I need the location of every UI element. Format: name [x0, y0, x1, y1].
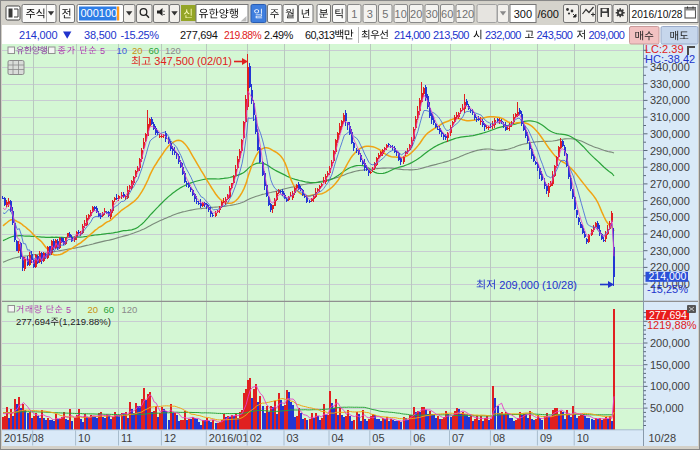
svg-text:230,000: 230,000	[650, 245, 690, 257]
svg-text:38,500: 38,500	[84, 29, 117, 41]
svg-text:09: 09	[540, 432, 552, 444]
svg-text:250,000: 250,000	[650, 211, 690, 223]
svg-text:2015/08: 2015/08	[4, 432, 44, 444]
svg-text:300: 300	[514, 8, 532, 20]
svg-text:219.88%: 219.88%	[224, 30, 261, 41]
svg-text:11: 11	[121, 432, 132, 444]
svg-text:260,000: 260,000	[650, 195, 690, 207]
svg-text:214,000: 214,000	[394, 29, 430, 41]
svg-text:290,000: 290,000	[650, 145, 690, 157]
svg-text:100,000: 100,000	[650, 380, 690, 392]
svg-text:120: 120	[456, 8, 474, 20]
svg-text:07: 07	[452, 432, 464, 444]
svg-text:10: 10	[577, 432, 589, 444]
svg-text:06: 06	[413, 432, 425, 444]
svg-text:243,500: 243,500	[537, 29, 573, 41]
svg-text:10: 10	[117, 45, 128, 56]
svg-text:5: 5	[382, 8, 388, 20]
svg-text:20: 20	[88, 304, 99, 315]
svg-text:209,000: 209,000	[589, 29, 625, 41]
svg-text:214,000: 214,000	[649, 270, 687, 282]
svg-text:1219,88%: 1219,88%	[647, 319, 697, 331]
svg-text:08: 08	[493, 432, 505, 444]
svg-text:270,000: 270,000	[650, 178, 690, 190]
svg-text:347,500 (02/01): 347,500 (02/01)	[154, 55, 232, 67]
svg-text:300,000: 300,000	[650, 128, 690, 140]
svg-text:20: 20	[410, 8, 422, 20]
svg-text:60: 60	[104, 304, 115, 315]
svg-text:280,000: 280,000	[650, 161, 690, 173]
svg-text:320,000: 320,000	[650, 94, 690, 106]
svg-text:310,000: 310,000	[650, 111, 690, 123]
svg-text:04: 04	[332, 432, 344, 444]
svg-text:120: 120	[122, 304, 138, 315]
svg-text:60: 60	[441, 8, 453, 20]
svg-text:214,000: 214,000	[19, 29, 57, 41]
svg-text:200,000: 200,000	[650, 337, 690, 349]
svg-text:5: 5	[66, 305, 72, 315]
svg-text:240,000: 240,000	[650, 228, 690, 240]
svg-text:02: 02	[250, 432, 262, 444]
svg-text:03: 03	[287, 432, 299, 444]
svg-text:1: 1	[351, 8, 357, 20]
svg-text:60: 60	[149, 45, 160, 56]
svg-text:/600: /600	[538, 8, 559, 20]
svg-text:3: 3	[367, 8, 373, 20]
svg-text:30: 30	[426, 8, 438, 20]
svg-text:330,000: 330,000	[650, 78, 690, 90]
svg-text:120: 120	[165, 45, 181, 56]
svg-text:-15.25%: -15.25%	[121, 29, 160, 41]
svg-text:5: 5	[100, 46, 106, 56]
svg-text:000100: 000100	[81, 7, 118, 19]
svg-text:-15,25%: -15,25%	[647, 283, 688, 295]
svg-text:12: 12	[164, 432, 176, 444]
svg-text:05: 05	[372, 432, 384, 444]
svg-text:277,694: 277,694	[16, 316, 50, 327]
svg-text:60,313: 60,313	[305, 29, 335, 41]
svg-text:10: 10	[78, 432, 90, 444]
svg-text:277,694: 277,694	[180, 29, 218, 41]
svg-text:232,000: 232,000	[485, 29, 521, 41]
svg-text:2016/01: 2016/01	[209, 432, 249, 444]
svg-text:209,000 (10/28): 209,000 (10/28)	[499, 279, 577, 291]
svg-text:10/28: 10/28	[649, 432, 677, 444]
svg-text:20: 20	[132, 45, 143, 56]
svg-text:2.49%: 2.49%	[264, 29, 294, 41]
svg-text:10: 10	[395, 8, 407, 20]
svg-text:(1,219.88%): (1,219.88%)	[59, 316, 111, 327]
svg-text:2016/10/28: 2016/10/28	[632, 9, 683, 20]
svg-text:HC:-38.42: HC:-38.42	[645, 53, 695, 65]
svg-text:213,500: 213,500	[433, 29, 469, 41]
svg-text:150,000: 150,000	[650, 359, 690, 371]
svg-text:50,000: 50,000	[650, 402, 684, 414]
